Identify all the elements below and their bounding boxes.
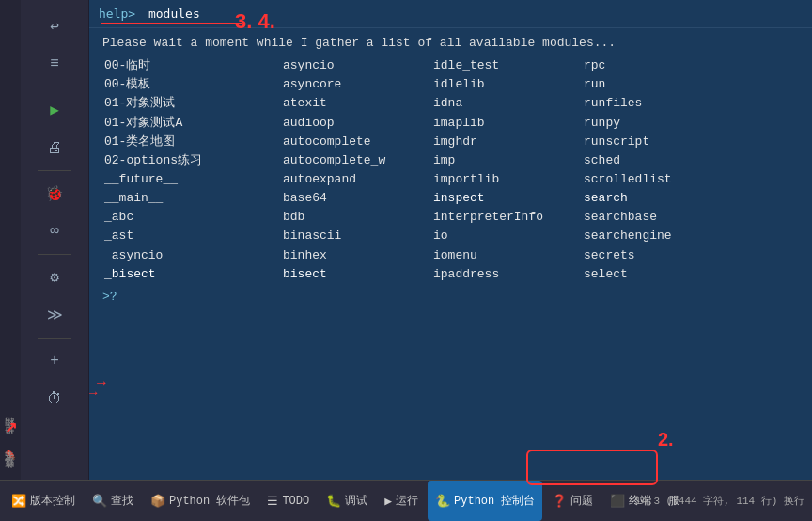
module-item: 01-对象测试 (102, 94, 281, 113)
bookmark-icon[interactable]: 🔖 (6, 446, 16, 465)
status-run[interactable]: ▶ 运行 (377, 481, 426, 521)
module-item: rpc (582, 56, 732, 75)
find-icon: 🔍 (92, 494, 107, 509)
module-item: imghdr (431, 133, 582, 151)
prompt-label: help> (99, 7, 135, 21)
status-find[interactable]: 🔍 查找 (85, 481, 141, 521)
debug-label: 调试 (345, 493, 367, 509)
module-item: secrets (582, 246, 732, 265)
module-item: _ast (102, 227, 281, 245)
add-icon[interactable]: + (38, 344, 71, 378)
module-item: iomenu (431, 246, 582, 265)
terminal-icon: ⬛ (610, 494, 625, 509)
divider-1 (38, 87, 71, 87)
run-icon[interactable]: ▶ (38, 93, 71, 127)
todo-label: TODO (282, 495, 309, 508)
debug-icon[interactable]: 🐞 (38, 177, 71, 211)
left-edge-panel (0, 0, 21, 480)
module-item: runpy (582, 114, 732, 133)
module-item: run (582, 75, 732, 94)
status-todo[interactable]: ☰ TODO (259, 481, 317, 521)
module-item: select (582, 265, 732, 284)
divider-2 (38, 170, 71, 171)
module-item: autocomplete (281, 133, 431, 151)
version-control-icon: 🔀 (11, 494, 26, 509)
print-icon[interactable]: 🖨 (38, 131, 71, 165)
module-item: _bisect (102, 265, 281, 284)
module-item: imaplib (431, 114, 582, 133)
timer-icon[interactable]: ⏱ (38, 382, 71, 416)
packages-label: Python 软件包 (169, 493, 250, 509)
status-python-console[interactable]: 🐍 Python 控制台 (428, 481, 542, 521)
vertical-label-1[interactable]: 结构 (4, 431, 17, 438)
module-item: asyncore (281, 75, 431, 94)
vertical-labels: 结构 平坦 🔖 书签 收藏 (0, 431, 21, 480)
problems-label: 问题 (570, 493, 593, 509)
module-item: __main__ (102, 189, 281, 208)
vertical-label-3[interactable]: 书签 (4, 465, 17, 472)
module-item: bdb (281, 208, 431, 227)
module-item: runfiles (582, 94, 732, 113)
module-item: 01-对象测试A (102, 114, 281, 133)
run-status-icon: ▶ (384, 494, 392, 509)
find-label: 查找 (111, 493, 133, 509)
module-item: audioop (281, 114, 431, 133)
module-item: 02-options练习 (102, 151, 281, 170)
status-version-control[interactable]: 🔀 版本控制 (4, 481, 83, 521)
module-item: idna (431, 94, 582, 113)
module-item: autoexpand (281, 170, 431, 189)
module-item: base64 (281, 189, 431, 208)
prompt-input-line[interactable]: >? (102, 288, 799, 307)
vertical-label-4[interactable]: 收藏 (4, 472, 17, 480)
module-item: 00-临时 (102, 56, 281, 75)
module-item: asyncio (281, 56, 431, 75)
module-item: _abc (102, 208, 281, 227)
module-item: autocomplete_w (281, 151, 431, 170)
run-label: 运行 (396, 493, 418, 509)
menu-icon[interactable]: ≡ (38, 47, 71, 81)
module-item: searchengine (582, 227, 732, 245)
module-item: _asyncio (102, 246, 281, 265)
module-item: interpreterInfo (431, 208, 582, 227)
module-item: runscript (582, 133, 732, 151)
python-console-label: Python 控制台 (454, 493, 535, 509)
command-label: modules (148, 7, 200, 21)
status-debug[interactable]: 🐛 调试 (319, 481, 375, 521)
module-item: binascii (281, 227, 431, 245)
fast-forward-icon[interactable]: ≫ (38, 298, 71, 332)
module-item: bisect (281, 265, 431, 284)
terminal-toolbar: help> modules (89, 0, 812, 28)
modules-grid: 00-临时asyncioidle_testrpc00-模板asyncoreidl… (102, 56, 799, 284)
terminal-content: Please wait a moment while I gather a li… (89, 28, 812, 480)
undo-icon[interactable]: ↩ (38, 9, 71, 43)
module-item: idlelib (431, 75, 582, 94)
status-packages[interactable]: 📦 Python 软件包 (143, 481, 258, 521)
module-item: searchbase (582, 208, 732, 227)
problems-icon: ❓ (552, 494, 567, 509)
module-item: binhex (281, 246, 431, 265)
settings-icon[interactable]: ⚙ (38, 260, 71, 294)
status-info: 14:3 (7444 字符, 114 行) 换行 (635, 494, 804, 508)
module-item: atexit (281, 94, 431, 113)
loop-icon[interactable]: ∞ (38, 214, 71, 248)
divider-3 (38, 254, 71, 255)
module-item: sched (582, 151, 732, 170)
module-item: search (582, 189, 732, 208)
module-item: importlib (431, 170, 582, 189)
module-item: 01-类名地图 (102, 133, 281, 151)
module-item: imp (431, 151, 582, 170)
status-problems[interactable]: ❓ 问题 (544, 481, 601, 521)
module-item: ipaddress (431, 265, 582, 284)
wait-message: Please wait a moment while I gather a li… (102, 34, 799, 53)
status-bar: 🔀 版本控制 🔍 查找 📦 Python 软件包 ☰ TODO 🐛 调试 ▶ 运… (0, 480, 812, 521)
divider-4 (38, 338, 71, 339)
module-item: inspect (431, 189, 582, 208)
vertical-label-2[interactable]: 平坦 (4, 438, 17, 446)
terminal-prompt: help> modules (99, 7, 200, 21)
module-item: io (431, 227, 582, 245)
module-item: scrolledlist (582, 170, 732, 189)
debug-status-icon: 🐛 (326, 494, 341, 509)
terminal-area: help> modules Please wait a moment while… (89, 0, 812, 480)
packages-icon: 📦 (150, 494, 165, 509)
side-panel: ↩ ≡ ▶ 🖨 🐞 ∞ ⚙ ≫ + ⏱ (21, 0, 88, 480)
